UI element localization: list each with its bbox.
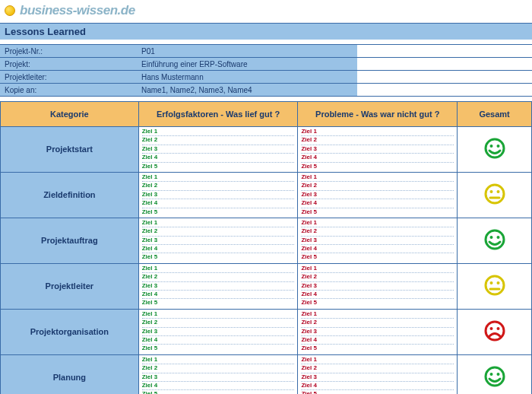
page-title: Lessons Learned	[0, 23, 532, 40]
ziel-item: Ziel 2	[142, 319, 295, 327]
col-kategorie: Kategorie	[1, 102, 139, 127]
table-row: Zieldefinition Ziel 1Ziel 2Ziel 3Ziel 4Z…	[1, 172, 532, 218]
ziel-item: Ziel 3	[142, 283, 295, 291]
ziel-item: Ziel 1	[301, 311, 454, 319]
ziel-item: Ziel 2	[142, 137, 295, 145]
mood-face-icon	[484, 275, 505, 296]
col-bad: Probleme - Was war nicht gut ?	[298, 102, 458, 127]
ziel-item: Ziel 3	[142, 237, 295, 245]
svg-point-4	[489, 190, 492, 193]
gesamt-cell	[458, 218, 532, 263]
ziel-item: Ziel 5	[142, 209, 295, 216]
ziel-item: Ziel 3	[301, 146, 454, 154]
ziel-item: Ziel 3	[142, 329, 295, 336]
svg-point-10	[489, 281, 492, 284]
gesamt-cell	[458, 309, 532, 354]
svg-point-14	[496, 327, 499, 330]
ziel-item: Ziel 2	[301, 365, 454, 373]
ziel-item: Ziel 5	[301, 164, 454, 170]
svg-point-0	[486, 139, 504, 157]
bad-cell: Ziel 1Ziel 2Ziel 3Ziel 4Ziel 5	[298, 172, 458, 218]
ziel-item: Ziel 1	[142, 174, 295, 182]
gesamt-cell	[458, 127, 532, 173]
ziel-item: Ziel 1	[301, 265, 454, 273]
meta-label-leader: Projektleiter:	[0, 71, 137, 83]
ziel-item: Ziel 4	[142, 246, 295, 253]
col-gesamt: Gesamt	[458, 102, 532, 127]
brand-header: business-wissen.de	[0, 0, 532, 23]
ziel-item: Ziel 5	[301, 391, 454, 394]
lessons-table: Kategorie Erfolgsfaktoren - Was lief gut…	[0, 101, 532, 394]
ziel-item: Ziel 3	[142, 146, 295, 154]
ziel-item: Ziel 4	[301, 337, 454, 345]
ziel-item: Ziel 2	[301, 228, 454, 236]
meta-label-projectnr: Projekt-Nr.:	[0, 45, 137, 57]
meta-label-copy: Kopie an:	[0, 84, 137, 96]
brand-logo-icon	[5, 5, 15, 16]
ziel-item: Ziel 2	[142, 274, 295, 281]
ziel-item: Ziel 4	[142, 337, 295, 345]
ziel-item: Ziel 2	[301, 274, 454, 281]
mood-face-icon	[484, 183, 505, 205]
category-cell: Projektorganisation	[1, 309, 139, 354]
ziel-item: Ziel 3	[142, 374, 295, 382]
ziel-item: Ziel 5	[301, 209, 454, 216]
good-cell: Ziel 1Ziel 2Ziel 3Ziel 4Ziel 5	[138, 127, 298, 173]
svg-point-7	[489, 236, 492, 239]
ziel-item: Ziel 4	[301, 383, 454, 390]
table-row: Planung Ziel 1Ziel 2Ziel 3Ziel 4Ziel 5 Z…	[1, 354, 532, 394]
ziel-item: Ziel 1	[301, 174, 454, 182]
gesamt-cell	[458, 263, 532, 309]
ziel-item: Ziel 5	[301, 254, 454, 261]
mood-face-icon	[484, 320, 505, 342]
bad-cell: Ziel 1Ziel 2Ziel 3Ziel 4Ziel 5	[298, 263, 458, 309]
category-cell: Projektstart	[1, 127, 139, 173]
table-row: Projektleiter Ziel 1Ziel 2Ziel 3Ziel 4Zi…	[1, 263, 532, 309]
ziel-item: Ziel 1	[142, 220, 295, 227]
ziel-item: Ziel 2	[301, 319, 454, 327]
ziel-item: Ziel 3	[301, 237, 454, 245]
ziel-item: Ziel 5	[301, 300, 454, 307]
svg-point-17	[496, 373, 499, 376]
bad-cell: Ziel 1Ziel 2Ziel 3Ziel 4Ziel 5	[298, 309, 458, 354]
gesamt-cell	[458, 354, 532, 394]
bad-cell: Ziel 1Ziel 2Ziel 3Ziel 4Ziel 5	[298, 354, 458, 394]
ziel-item: Ziel 3	[301, 329, 454, 336]
svg-point-12	[486, 322, 504, 340]
col-gut: Erfolgsfaktoren - Was lief gut ?	[138, 102, 298, 127]
meta-value-copy: Name1, Name2, Name3, Name4	[137, 84, 357, 96]
svg-point-15	[486, 367, 504, 386]
ziel-item: Ziel 4	[142, 291, 295, 299]
ziel-item: Ziel 4	[301, 200, 454, 208]
svg-point-1	[489, 145, 492, 148]
ziel-item: Ziel 3	[301, 192, 454, 199]
ziel-item: Ziel 2	[301, 137, 454, 145]
good-cell: Ziel 1Ziel 2Ziel 3Ziel 4Ziel 5	[138, 263, 298, 309]
table-row: Projektorganisation Ziel 1Ziel 2Ziel 3Zi…	[1, 309, 532, 354]
ziel-item: Ziel 1	[142, 265, 295, 273]
ziel-item: Ziel 4	[142, 383, 295, 390]
ziel-item: Ziel 5	[142, 164, 295, 170]
meta-value-projectnr: P01	[137, 45, 357, 57]
ziel-item: Ziel 1	[301, 220, 454, 227]
good-cell: Ziel 1Ziel 2Ziel 3Ziel 4Ziel 5	[138, 309, 298, 354]
table-row: Projektauftrag Ziel 1Ziel 2Ziel 3Ziel 4Z…	[1, 218, 532, 263]
category-cell: Projektauftrag	[1, 218, 139, 263]
good-cell: Ziel 1Ziel 2Ziel 3Ziel 4Ziel 5	[138, 354, 298, 394]
meta-block: Projekt-Nr.: P01 Projekt: Einführung ein…	[0, 44, 532, 97]
svg-point-11	[496, 281, 499, 284]
ziel-item: Ziel 4	[301, 246, 454, 253]
ziel-item: Ziel 2	[301, 183, 454, 190]
ziel-item: Ziel 2	[142, 228, 295, 236]
good-cell: Ziel 1Ziel 2Ziel 3Ziel 4Ziel 5	[138, 218, 298, 263]
meta-value-leader: Hans Mustermann	[137, 71, 357, 83]
ziel-item: Ziel 1	[142, 129, 295, 136]
ziel-item: Ziel 4	[301, 154, 454, 162]
bad-cell: Ziel 1Ziel 2Ziel 3Ziel 4Ziel 5	[298, 127, 458, 173]
ziel-item: Ziel 4	[142, 154, 295, 162]
meta-value-project: Einführung einer ERP-Software	[137, 58, 357, 70]
ziel-item: Ziel 2	[142, 365, 295, 373]
ziel-item: Ziel 1	[301, 129, 454, 136]
brand-name: business-wissen.de	[20, 3, 135, 18]
mood-face-icon	[484, 138, 505, 159]
